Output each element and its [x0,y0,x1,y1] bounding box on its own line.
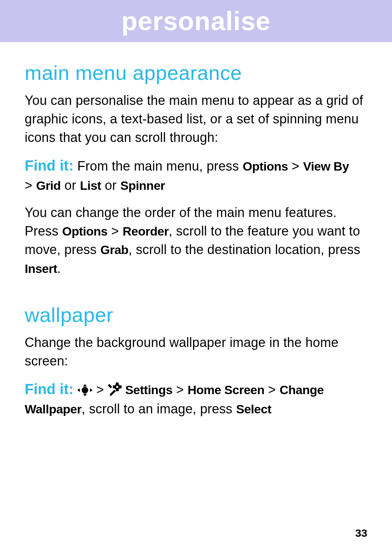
para-findit-view-by: Find it: From the main menu, press Optio… [25,155,367,195]
svg-marker-1 [83,384,87,387]
period1: . [57,261,61,276]
section-heading-main-menu: main menu appearance [25,61,367,85]
find-it-label-2: Find it: [25,381,74,397]
svg-rect-10 [119,385,122,388]
para-findit-wallpaper: Find it: > [25,379,367,418]
comma1: , [82,401,89,416]
para-wallpaper-intro: Change the background wallpaper image in… [25,333,367,370]
settings-tools-icon [108,383,122,396]
gt3: > [107,224,123,238]
findit-text-a: From the main menu, press [74,159,243,173]
gt6: > [265,382,280,397]
opt-settings: Settings [125,383,172,397]
wallpaper-tail: scroll to an image, press [89,401,236,416]
opt-insert: Insert [25,262,57,275]
svg-point-0 [82,387,88,393]
svg-rect-8 [116,389,119,391]
gt5: > [172,382,188,397]
gt2: > [25,178,36,193]
opt-grid: Grid [36,179,61,192]
gt4: > [96,382,107,397]
opt-viewby: View By [303,159,349,173]
reorder-c: , scroll to the destination location, pr… [128,242,360,257]
para-main-menu-intro: You can personalise the main menu to app… [25,91,367,147]
svg-marker-2 [83,394,87,396]
para-reorder: You can change the order of the main men… [25,203,367,277]
opt-spinner: Spinner [120,179,165,192]
opt-reorder: Reorder [123,224,169,238]
opt-options: Options [242,159,288,173]
opt-home-screen: Home Screen [188,383,265,397]
nav-key-icon [77,384,93,396]
section-heading-wallpaper: wallpaper [25,303,367,327]
chapter-title: personalise [121,6,270,36]
chapter-header-band: personalise [0,0,392,42]
opt-select: Select [236,402,271,416]
svg-rect-9 [113,385,115,388]
opt-grab: Grab [100,243,128,257]
page-number: 33 [355,527,367,539]
opt-list: List [80,179,101,192]
page-content: main menu appearance You can personalise… [0,42,392,418]
manual-page: personalise main menu appearance You can… [0,0,392,556]
svg-marker-4 [90,388,93,392]
or2: or [101,178,121,193]
svg-marker-3 [77,388,80,392]
svg-point-6 [116,386,118,388]
gt1: > [288,159,303,173]
or1: or [61,178,80,193]
opt-options-2: Options [62,224,107,238]
find-it-label: Find it: [25,158,74,173]
svg-rect-7 [116,383,119,385]
